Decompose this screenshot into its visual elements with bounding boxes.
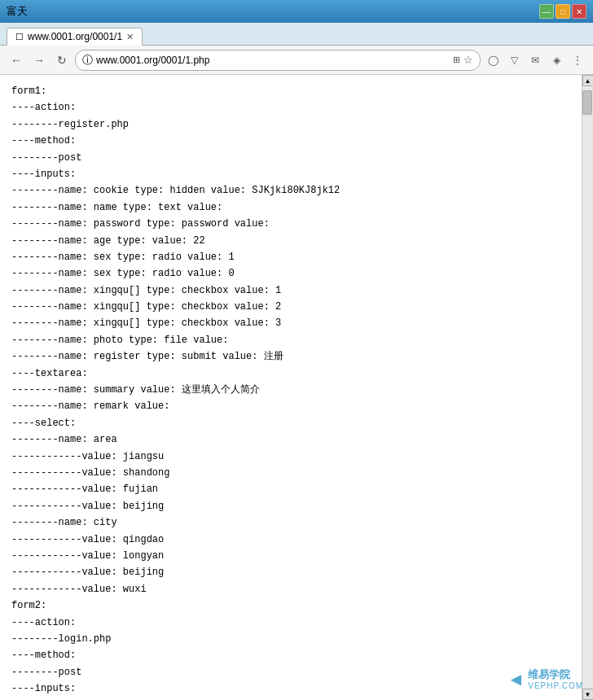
content-line: ------------value: jiangsu [11,448,570,465]
lock-icon: ⓘ [82,53,93,68]
content-line: ------------value: beijing [11,498,570,514]
reload-button[interactable]: ↻ [52,50,72,70]
watermark-en-text: VEPHP.COM [528,681,583,690]
minimize-button[interactable]: — [539,4,554,19]
watermark: ◄ 维易学院 VEPHP.COM [507,669,583,690]
content-line: ----textarea: [11,365,570,382]
content-line: ----method: [11,133,570,149]
user-profile-icon[interactable]: ◯ [484,51,502,69]
content-line: --------register.php [11,116,570,133]
content-line: ----method: [11,647,570,663]
scroll-track [582,86,593,689]
content-line: ------------value: longyan [11,548,570,564]
content-line: --------name: xingqu[] type: checkbox va… [11,315,570,331]
title-bar-left: 富天 [7,4,28,19]
scroll-up-arrow[interactable]: ▲ [582,75,594,86]
content-line: --------name: name type: text value: [11,697,570,700]
star-icon[interactable]: ☆ [463,54,473,66]
close-button[interactable]: ✕ [572,4,586,19]
content-line: form1: [11,83,570,99]
tab-close-icon[interactable]: ✕ [126,32,134,42]
content-line: --------name: summary value: 这里填入个人简介 [11,382,570,398]
scroll-down-arrow[interactable]: ▼ [582,689,594,700]
title-bar-controls: — □ ✕ [539,4,586,19]
content-line: ------------value: qingdao [11,532,570,548]
content-line: --------name: city [11,514,570,531]
content-line: ------------value: fujian [11,481,570,497]
content-line: ----action: [11,99,570,116]
content-line: --------login.php [11,631,570,647]
title-bar-text: 富天 [7,4,28,19]
page-content: form1:----action:--------register.php---… [0,75,582,700]
watermark-logo-icon: ◄ [507,669,525,690]
content-line: ----select: [11,415,570,431]
globe-icon[interactable]: ◈ [547,51,565,69]
content-line: --------name: xingqu[] type: checkbox va… [11,299,570,315]
translate-icon[interactable]: ⊞ [453,55,460,65]
address-input[interactable] [96,55,450,66]
content-line: --------name: xingqu[] type: checkbox va… [11,282,570,299]
content-line: --------name: sex type: radio value: 1 [11,249,570,265]
content-line: ----inputs: [11,166,570,182]
content-line: --------name: area [11,431,570,448]
tab-label: www.0001.org/0001/1 [28,31,122,42]
browser-content: form1:----action:--------register.php---… [0,75,593,700]
back-button[interactable]: ← [7,50,26,70]
maximize-button[interactable]: □ [556,4,570,19]
mail-icon[interactable]: ✉ [526,51,544,69]
shield-icon[interactable]: ▽ [505,51,523,69]
menu-icon[interactable]: ⋮ [569,51,586,69]
content-line: ------------value: wuxi [11,581,570,597]
content-line: --------name: cookie type: hidden value:… [11,182,570,199]
content-line: --------name: register type: submit valu… [11,348,570,365]
nav-bar: ← → ↻ ⓘ ⊞ ☆ ◯ ▽ ✉ ◈ ⋮ [0,46,593,75]
content-line: form2: [11,597,570,614]
content-line: --------name: sex type: radio value: 0 [11,265,570,282]
content-line: --------name: name type: text value: [11,199,570,216]
content-line: --------post [11,150,570,166]
tab-page-icon: ☐ [15,32,24,42]
content-line: --------name: password type: password va… [11,216,570,232]
address-bar-container: ⓘ ⊞ ☆ [75,50,481,71]
content-line: ----action: [11,615,570,631]
content-line: --------name: photo type: file value: [11,332,570,348]
nav-icons: ◯ ▽ ✉ ◈ ⋮ [484,51,586,69]
browser-tab[interactable]: ☐ www.0001.org/0001/1 ✕ [7,28,143,46]
content-line: --------name: remark value: [11,398,570,414]
content-line: ------------value: shandong [11,465,570,481]
content-line: --------post [11,664,570,680]
scroll-thumb[interactable] [582,90,592,115]
forward-button[interactable]: → [29,50,49,70]
watermark-text: 维易学院 VEPHP.COM [528,669,583,689]
scrollbar[interactable]: ▲ ▼ [582,75,593,700]
title-bar: 富天 — □ ✕ [0,0,593,23]
content-line: ------------value: beijing [11,564,570,580]
watermark-cn-text: 维易学院 [528,669,583,680]
content-line: ----inputs: [11,680,570,697]
content-line: --------name: age type: value: 22 [11,233,570,249]
tab-bar: ☐ www.0001.org/0001/1 ✕ [0,23,593,46]
